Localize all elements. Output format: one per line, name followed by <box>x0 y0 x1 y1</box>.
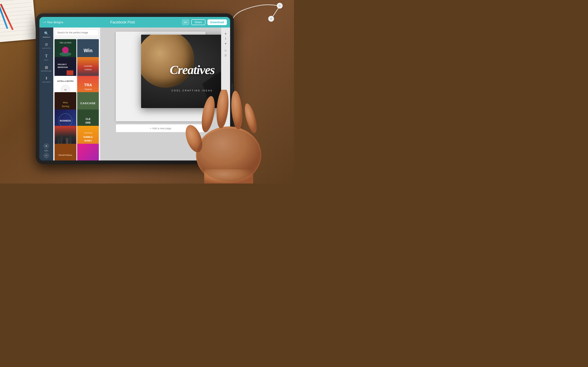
svg-point-51 <box>199 95 217 133</box>
svg-point-53 <box>230 90 244 130</box>
svg-text:CASCADE: CASCADE <box>80 101 95 105</box>
page-down-button[interactable]: ▼ <box>223 41 228 46</box>
page-copy-button[interactable]: ⧉ <box>225 49 227 52</box>
zoom-out-button[interactable]: − <box>43 153 49 158</box>
svg-text:Win: Win <box>84 48 93 53</box>
copy-icon: ⧉ <box>225 49 227 52</box>
download-button[interactable]: Download <box>208 19 227 25</box>
back-label: < Your designs <box>44 21 63 24</box>
sidebar-item-search[interactable]: 🔍 SEARCH <box>39 29 53 40</box>
hand-overlay <box>176 90 282 184</box>
svg-point-52 <box>215 90 230 129</box>
back-button[interactable]: ‹ < Your designs <box>43 21 63 24</box>
back-chevron-icon: ‹ <box>43 21 44 24</box>
svg-rect-46 <box>54 144 76 160</box>
svg-point-6 <box>62 47 69 53</box>
svg-text:BUSINESS: BUSINESS <box>60 119 71 122</box>
text-icon: T <box>45 53 48 58</box>
uploads-icon: ⬆ <box>45 76 48 81</box>
uploads-label: UPLOADS <box>42 81 51 83</box>
background-icon: ▦ <box>45 65 48 69</box>
svg-text:OSTELLA BISTRO: OSTELLA BISTRO <box>57 80 74 82</box>
svg-text:GRE: GRE <box>85 122 91 124</box>
page-up-button[interactable]: ▲ <box>223 31 228 36</box>
template-australia[interactable]: Australian Outback <box>77 57 99 79</box>
left-sidebar: 🔍 SEARCH ⊞ LAYOUTS T TEXT ▦ BKGROUND <box>39 27 53 160</box>
sidebar-item-text[interactable]: T TEXT <box>39 51 53 63</box>
undo-button[interactable]: ↩ <box>182 19 189 25</box>
svg-rect-13 <box>67 70 73 75</box>
share-button[interactable]: Share <box>191 19 205 25</box>
delete-icon: 🗑 <box>224 54 227 57</box>
svg-point-54 <box>242 102 259 134</box>
svg-text:Wine: Wine <box>63 101 68 104</box>
zoom-value: 50% <box>44 150 48 152</box>
template-panel: THE LILYPAD Win <box>53 27 100 160</box>
top-bar: ‹ < Your designs Facebook Post ↩ Share D… <box>39 17 230 27</box>
template-grid: THE LILYPAD Win <box>53 38 100 160</box>
svg-rect-14 <box>77 57 99 79</box>
svg-text:CLE: CLE <box>86 118 90 120</box>
svg-text:Australian: Australian <box>84 65 92 67</box>
svg-text:🍽: 🍽 <box>64 89 67 91</box>
search-icon: 🔍 <box>44 31 49 36</box>
text-label: TEXT <box>44 59 49 61</box>
svg-point-3 <box>270 17 272 20</box>
layouts-icon: ⊞ <box>45 42 48 47</box>
svg-text:HUMBLE: HUMBLE <box>83 136 93 138</box>
search-label: SEARCH <box>43 36 50 38</box>
svg-text:Outback: Outback <box>84 68 92 71</box>
page-number: 1 <box>225 37 226 40</box>
creatives-title: Creatives <box>170 63 215 77</box>
svg-text:PROJECT: PROJECT <box>58 63 67 66</box>
svg-point-2 <box>278 4 281 7</box>
sidebar-item-uploads[interactable]: ⬆ UPLOADS <box>39 74 53 85</box>
page-down-icon: ▼ <box>224 42 227 45</box>
svg-text:TRA: TRA <box>84 83 92 87</box>
svg-text:THE LILYPAD: THE LILYPAD <box>60 42 71 44</box>
sidebar-bottom: + 50% − <box>43 143 49 160</box>
template-project-bedroom[interactable]: PROJECT BEDROOM <box>54 57 76 79</box>
add-page-label: + Add a new page <box>150 127 171 130</box>
svg-text:HONEY: HONEY <box>84 140 92 142</box>
svg-text:Introducing: Introducing <box>84 132 92 134</box>
zoom-in-button[interactable]: + <box>43 143 49 149</box>
page-up-icon: ▲ <box>224 32 227 35</box>
sidebar-item-background[interactable]: ▦ BKGROUND <box>39 63 53 74</box>
svg-text:TRADITIONAL: TRADITIONAL <box>58 154 72 156</box>
svg-text:Tasting: Tasting <box>62 105 69 108</box>
notebook <box>0 0 36 42</box>
svg-point-56 <box>197 128 260 182</box>
svg-text:BEDROOM: BEDROOM <box>58 66 68 68</box>
search-box <box>53 27 100 38</box>
search-input[interactable] <box>55 30 98 36</box>
document-title: Facebook Post <box>63 20 182 25</box>
yarn-shape <box>141 35 194 88</box>
svg-text:Thailand: Thailand <box>84 88 92 90</box>
sidebar-item-layouts[interactable]: ⊞ LAYOUTS <box>39 40 53 51</box>
top-bar-actions: ↩ Share Download <box>182 19 227 25</box>
svg-rect-48 <box>77 144 99 160</box>
template-pink[interactable] <box>77 144 99 160</box>
undo-icon: ↩ <box>184 20 187 24</box>
template-traditional[interactable]: TRADITIONAL <box>54 144 76 160</box>
page-delete-button[interactable]: 🗑 <box>224 54 227 57</box>
layouts-label: LAYOUTS <box>42 47 51 49</box>
background-label: BKGROUND <box>41 70 52 72</box>
